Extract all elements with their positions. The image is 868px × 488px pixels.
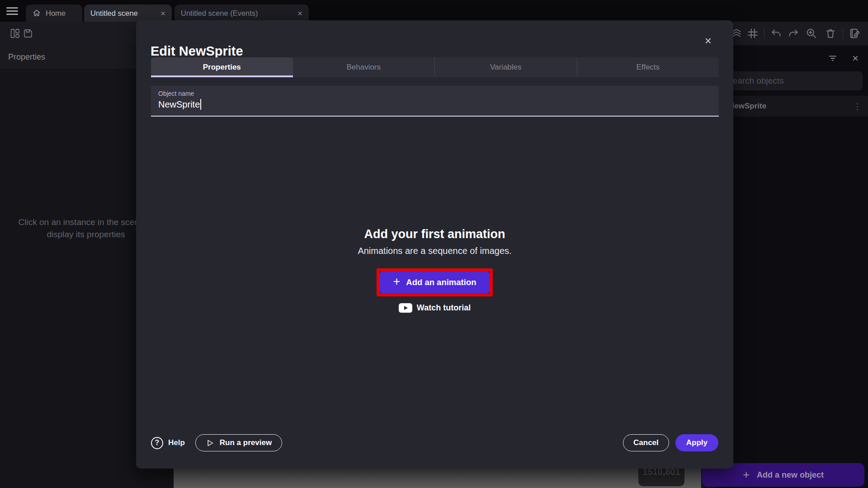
edit-object-dialog: Edit NewSprite × Properties Behaviors Va… bbox=[136, 20, 733, 469]
undo-button[interactable] bbox=[770, 28, 782, 39]
toolbar-divider bbox=[843, 28, 843, 39]
play-icon bbox=[206, 439, 214, 447]
object-name-field[interactable]: Object name NewSprite bbox=[151, 86, 719, 117]
plus-icon: + bbox=[743, 468, 750, 482]
tab-untitled-scene[interactable]: Untitled scene × bbox=[84, 5, 172, 22]
toolbar-divider bbox=[764, 28, 764, 39]
zoom-in-icon bbox=[806, 28, 817, 39]
tab-label: Untitled scene bbox=[90, 9, 138, 18]
panel-layout-icon bbox=[9, 28, 20, 39]
run-preview-button[interactable]: Run a preview bbox=[195, 434, 282, 451]
attention-highlight-box: + Add an animation bbox=[377, 268, 493, 296]
close-icon: × bbox=[852, 52, 859, 65]
object-name-field-value: NewSprite bbox=[158, 99, 200, 110]
tab-behaviors[interactable]: Behaviors bbox=[293, 57, 435, 77]
close-tab-icon[interactable]: × bbox=[297, 9, 302, 18]
add-animation-button[interactable]: + Add an animation bbox=[380, 272, 490, 293]
close-tab-icon[interactable]: × bbox=[160, 9, 165, 18]
watch-tutorial-link[interactable]: Watch tutorial bbox=[399, 303, 471, 313]
redo-button[interactable] bbox=[788, 28, 799, 39]
zoom-in-button[interactable] bbox=[806, 28, 817, 39]
redo-icon bbox=[788, 28, 799, 39]
toggle-panels-button[interactable] bbox=[9, 28, 21, 39]
tab-untitled-scene-events[interactable]: Untitled scene (Events) × bbox=[175, 5, 309, 22]
hamburger-menu-button[interactable] bbox=[6, 7, 18, 14]
undo-icon bbox=[770, 28, 782, 39]
plus-icon: + bbox=[393, 275, 401, 289]
objects-panel: × NewSprite ⋮ bbox=[717, 45, 868, 488]
dialog-close-button[interactable]: × bbox=[705, 34, 712, 48]
filter-icon bbox=[828, 53, 838, 63]
gdevelop-app-window: Home Untitled scene × Untitled scene (Ev… bbox=[0, 0, 868, 488]
tab-properties[interactable]: Properties bbox=[151, 57, 293, 77]
kebab-menu-icon[interactable]: ⋮ bbox=[853, 101, 862, 112]
empty-state-subtitle: Animations are a sequence of images. bbox=[358, 246, 511, 256]
trash-icon bbox=[825, 28, 836, 39]
object-name: NewSprite bbox=[729, 102, 766, 111]
properties-panel-title: Properties bbox=[0, 45, 136, 69]
cancel-button[interactable]: Cancel bbox=[623, 434, 669, 451]
dialog-footer: ? Help Run a preview Cancel Apply bbox=[151, 434, 718, 452]
close-icon: × bbox=[705, 34, 712, 47]
tab-label: Untitled scene (Events) bbox=[181, 9, 258, 18]
dialog-title: Edit NewSprite bbox=[151, 44, 243, 59]
help-button[interactable]: ? Help bbox=[151, 437, 185, 449]
edit-scene-properties-button[interactable] bbox=[849, 28, 861, 39]
filter-objects-button[interactable] bbox=[827, 53, 838, 64]
scene-canvas[interactable] bbox=[174, 469, 701, 488]
top-tab-bar: Home Untitled scene × Untitled scene (Ev… bbox=[0, 0, 868, 22]
objects-panel-close-button[interactable]: × bbox=[850, 53, 861, 64]
object-list-item[interactable]: NewSprite ⋮ bbox=[717, 96, 868, 117]
grid-button[interactable] bbox=[747, 28, 759, 39]
text-caret bbox=[200, 99, 201, 110]
dialog-tab-bar: Properties Behaviors Variables Effects bbox=[151, 57, 719, 77]
animations-empty-state: Add your first animation Animations are … bbox=[136, 227, 733, 313]
save-button[interactable] bbox=[22, 28, 34, 39]
apply-button[interactable]: Apply bbox=[675, 434, 718, 451]
home-icon bbox=[32, 9, 41, 18]
object-name-field-label: Object name bbox=[158, 90, 712, 97]
tab-variables[interactable]: Variables bbox=[434, 57, 577, 77]
tab-effects[interactable]: Effects bbox=[577, 57, 719, 77]
tab-home[interactable]: Home bbox=[26, 5, 82, 22]
active-tab-underline bbox=[151, 75, 293, 77]
save-icon bbox=[23, 28, 33, 39]
help-icon: ? bbox=[151, 437, 163, 449]
properties-panel: Properties bbox=[0, 45, 136, 488]
search-objects-input[interactable] bbox=[721, 71, 863, 90]
youtube-icon bbox=[399, 303, 412, 313]
empty-state-title: Add your first animation bbox=[364, 227, 505, 241]
tab-label: Home bbox=[46, 9, 66, 18]
edit-scene-properties-icon bbox=[849, 28, 861, 39]
delete-button[interactable] bbox=[825, 28, 836, 39]
grid-icon bbox=[747, 28, 759, 39]
